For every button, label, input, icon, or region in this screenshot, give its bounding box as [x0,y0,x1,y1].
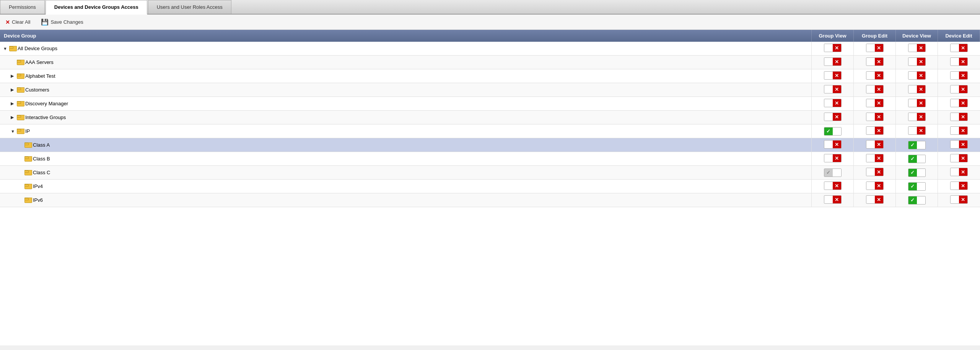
device-group-cell: ▼IP [0,124,812,138]
table-row: ▼IP✓✕✕✕ [0,124,980,138]
device-group-cell: Class A [0,138,812,152]
permission-cell: ✓ [896,180,938,193]
permission-cell: ✕ [812,152,854,166]
permission-cell: ✕ [854,124,896,138]
folder-icon [24,170,31,175]
toggle-button[interactable]: ✕ [908,113,926,121]
permission-cell: ✕ [896,83,938,97]
toggle-button[interactable]: ✕ [908,126,926,135]
toggle-button[interactable]: ✕ [950,44,968,52]
toggle-button[interactable]: ✕ [866,71,884,80]
permission-cell: ✕ [896,42,938,56]
table-header-row: Device Group Group View Group Edit Devic… [0,30,980,42]
toggle-button[interactable]: ✕ [950,57,968,66]
folder-icon [24,184,31,189]
toggle-button[interactable]: ✕ [866,85,884,93]
toggle-button[interactable]: ✕ [824,71,842,80]
toggle-button[interactable]: ✕ [866,126,884,135]
table-row: ▼All Device Groups✕✕✕✕ [0,42,980,56]
expand-icon[interactable]: ▶ [11,74,15,79]
permission-cell: ✕ [896,124,938,138]
toggle-button[interactable]: ✕ [908,99,926,107]
toggle-button[interactable]: ✕ [866,140,884,149]
toggle-button[interactable]: ✕ [950,182,968,190]
permission-cell: ✓ [812,124,854,138]
toggle-button[interactable]: ✕ [824,195,842,204]
permission-cell: ✕ [854,180,896,193]
toggle-button[interactable]: ✓ [908,182,926,191]
table-row: ▶Interactive Groups✕✕✕✕ [0,111,980,124]
toggle-button[interactable]: ✕ [824,113,842,121]
permission-cell: ✕ [938,97,980,111]
toggle-button[interactable]: ✕ [908,44,926,52]
toggle-button[interactable]: ✕ [866,195,884,204]
permissions-table: Device Group Group View Group Edit Devic… [0,30,980,207]
folder-icon [24,142,31,148]
toggle-button[interactable]: ✕ [866,113,884,121]
col-group-view: Group View [812,30,854,42]
permission-cell: ✕ [938,180,980,193]
toggle-button[interactable]: ✕ [908,71,926,80]
toggle-button[interactable]: ✕ [824,99,842,107]
toggle-button[interactable]: ✕ [824,154,842,162]
toggle-button[interactable]: ✕ [950,126,968,135]
toggle-button[interactable]: ✓ [824,168,842,177]
toggle-button[interactable]: ✕ [950,113,968,121]
toggle-button[interactable]: ✓ [908,196,926,204]
clear-all-button[interactable]: ✕ Clear All [4,18,32,26]
toggle-button[interactable]: ✕ [950,71,968,80]
permission-cell: ✕ [938,56,980,69]
device-group-name: Discovery Manager [25,101,68,106]
permission-cell: ✕ [812,69,854,83]
device-group-name: Class B [33,156,50,162]
toggle-button[interactable]: ✕ [824,57,842,66]
permission-cell: ✕ [812,97,854,111]
toggle-button[interactable]: ✕ [950,154,968,162]
toggle-button[interactable]: ✕ [908,57,926,66]
permission-cell: ✕ [896,56,938,69]
table-row: AAA Servers✕✕✕✕ [0,56,980,69]
toggle-button[interactable]: ✕ [866,168,884,176]
expand-icon[interactable]: ▶ [11,87,15,92]
folder-icon [24,198,31,203]
permission-cell: ✕ [812,42,854,56]
device-group-cell: Class B [0,152,812,166]
toggle-button[interactable]: ✕ [908,85,926,93]
tab-users[interactable]: Users and User Roles Access [148,0,231,14]
toggle-button[interactable]: ✕ [824,182,842,190]
table-row: IPv6✕✕✓✕ [0,193,980,207]
toggle-button[interactable]: ✕ [950,85,968,93]
permission-cell: ✕ [896,69,938,83]
table-row: IPv4✕✕✓✕ [0,180,980,193]
expand-icon[interactable]: ▼ [3,46,8,51]
folder-icon [17,60,24,65]
tab-permissions[interactable]: Permissions [0,0,45,14]
toggle-button[interactable]: ✕ [950,99,968,107]
folder-icon [17,115,24,120]
tab-devices[interactable]: Devices and Device Groups Access [46,0,147,15]
device-group-cell: AAA Servers [0,56,812,69]
toggle-button[interactable]: ✕ [950,168,968,176]
expand-icon[interactable]: ▼ [11,129,15,134]
toggle-button[interactable]: ✓ [908,155,926,163]
permission-cell: ✕ [854,97,896,111]
toggle-button[interactable]: ✓ [908,168,926,177]
expand-icon[interactable]: ▶ [11,101,15,106]
toggle-button[interactable]: ✕ [824,44,842,52]
toggle-button[interactable]: ✓ [824,127,842,136]
col-device-group: Device Group [0,30,812,42]
table-row: Class B✕✕✓✕ [0,152,980,166]
toggle-button[interactable]: ✕ [950,140,968,149]
expand-icon[interactable]: ▶ [11,115,15,120]
toggle-button[interactable]: ✕ [866,57,884,66]
clear-icon: ✕ [5,19,10,25]
toggle-button[interactable]: ✕ [866,44,884,52]
toggle-button[interactable]: ✓ [908,141,926,149]
save-changes-button[interactable]: 💾 Save Changes [39,18,85,26]
toggle-button[interactable]: ✕ [866,182,884,190]
toggle-button[interactable]: ✕ [950,195,968,204]
toggle-button[interactable]: ✕ [866,154,884,162]
toggle-button[interactable]: ✕ [866,99,884,107]
toggle-button[interactable]: ✕ [824,85,842,93]
toggle-button[interactable]: ✕ [824,140,842,149]
